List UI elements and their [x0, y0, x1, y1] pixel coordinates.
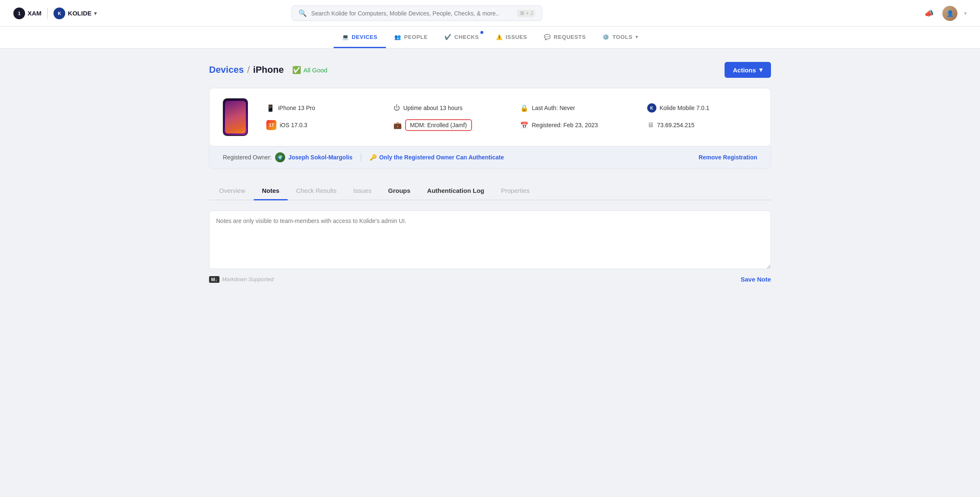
uptime-label: Uptime about 13 hours: [403, 105, 463, 111]
actions-chevron-icon: ▾: [759, 66, 763, 74]
issues-icon: ⚠️: [496, 34, 503, 40]
avatar[interactable]: 👤: [942, 6, 957, 21]
key-icon: 🔑: [370, 154, 377, 161]
nav-item-people[interactable]: 👥 PEOPLE: [386, 27, 436, 48]
tab-check-results[interactable]: Check Results: [288, 182, 345, 200]
notes-panel: M↓ Markdown Supported Save Note: [209, 210, 771, 283]
remove-registration-button[interactable]: Remove Registration: [699, 154, 757, 161]
search-bar[interactable]: 🔍 ⌘ + J: [291, 5, 542, 21]
notes-textarea[interactable]: [209, 210, 771, 269]
brand-chevron-icon: ▾: [94, 10, 97, 16]
breadcrumb-current-page: iPhone: [253, 64, 283, 75]
registered-owner-label: Registered Owner:: [223, 154, 272, 161]
phone-icon: 📱: [266, 104, 275, 112]
registration-bar: Registered Owner: 🌍 Joseph Sokol-Margoli…: [209, 146, 771, 169]
search-shortcut: ⌘ + J: [517, 10, 536, 17]
nav-label-checks: CHECKS: [454, 34, 479, 40]
checks-icon: ✔️: [444, 34, 452, 40]
tab-notes[interactable]: Notes: [254, 182, 288, 200]
requests-icon: 💬: [544, 34, 551, 40]
main-nav: 💻 DEVICES 👥 PEOPLE ✔️ CHECKS ⚠️ ISSUES 💬…: [0, 27, 980, 49]
search-icon: 🔍: [299, 9, 307, 17]
search-input[interactable]: [311, 10, 513, 17]
notifications-icon[interactable]: 📣: [922, 7, 936, 20]
nav-item-tools[interactable]: ⚙️ TOOLS ▾: [594, 27, 646, 48]
save-note-button[interactable]: Save Note: [740, 276, 771, 283]
registered-label: Registered: Feb 23, 2023: [532, 122, 598, 128]
phone-visual: [223, 98, 248, 136]
nav-label-tools: TOOLS: [612, 34, 633, 40]
nav-item-devices[interactable]: 💻 DEVICES: [334, 27, 386, 48]
lock-icon: 🔒: [520, 104, 528, 112]
spec-ip: 🖥 73.69.254.215: [647, 119, 758, 131]
markdown-badge: M↓ Markdown Supported: [209, 276, 273, 283]
spec-app: K Kolide Mobile 7.0.1: [647, 103, 758, 113]
spec-registered: 📅 Registered: Feb 23, 2023: [520, 119, 630, 131]
actions-button[interactable]: Actions ▾: [725, 62, 771, 78]
nav-item-requests[interactable]: 💬 REQUESTS: [536, 27, 594, 48]
devices-icon: 💻: [342, 34, 349, 40]
device-card: 📱 iPhone 13 Pro ⏻ Uptime about 13 hours …: [209, 88, 771, 146]
nav-label-issues: ISSUES: [505, 34, 527, 40]
check-circle-icon: ✅: [292, 66, 301, 74]
spec-last-auth: 🔒 Last Auth: Never: [520, 103, 630, 113]
tab-groups[interactable]: Groups: [380, 182, 419, 200]
user-menu-chevron-icon[interactable]: ▾: [964, 10, 967, 16]
breadcrumb-devices-link[interactable]: Devices: [209, 64, 244, 75]
app-label: Kolide Mobile 7.0.1: [660, 105, 709, 111]
notes-footer: M↓ Markdown Supported Save Note: [209, 276, 771, 283]
device-specs: 📱 iPhone 13 Pro ⏻ Uptime about 13 hours …: [266, 103, 757, 131]
nav-item-checks[interactable]: ✔️ CHECKS: [436, 27, 487, 48]
tools-chevron-icon: ▾: [635, 34, 638, 40]
main-content: Devices / iPhone ✅ All Good Actions ▾: [189, 49, 791, 296]
status-label: All Good: [304, 67, 328, 74]
spec-uptime: ⏻ Uptime about 13 hours: [393, 103, 504, 113]
kolide-brand[interactable]: K KOLIDE ▾: [54, 8, 97, 19]
model-label: iPhone 13 Pro: [278, 105, 315, 111]
all-good-badge: ✅ All Good: [292, 66, 328, 74]
phone-screen: [225, 101, 246, 133]
network-icon: 🖥: [647, 121, 654, 129]
nav-item-issues[interactable]: ⚠️ ISSUES: [487, 27, 536, 48]
tab-issues[interactable]: Issues: [345, 182, 380, 200]
ios-icon: 17: [266, 120, 276, 130]
topbar-right: 📣 👤 ▾: [922, 6, 967, 21]
spec-os: 17 iOS 17.0.3: [266, 119, 377, 131]
ip-label: 73.69.254.215: [657, 122, 695, 128]
markdown-icon: M↓: [209, 276, 219, 283]
user-avatar-image: 👤: [942, 6, 957, 21]
spec-model: 📱 iPhone 13 Pro: [266, 103, 377, 113]
brand-divider: [47, 8, 48, 19]
mdm-label: MDM: Enrolled (Jamf): [405, 119, 472, 131]
actions-label: Actions: [733, 67, 756, 74]
device-tabs: Overview Notes Check Results Issues Grou…: [209, 182, 771, 200]
tools-icon: ⚙️: [602, 34, 610, 40]
registered-owner-info: Registered Owner: 🌍 Joseph Sokol-Margoli…: [223, 152, 352, 162]
kolide-icon: K: [54, 8, 65, 19]
breadcrumb-separator: /: [247, 64, 250, 75]
owner-avatar: 🌍: [275, 152, 285, 162]
os-label: iOS 17.0.3: [280, 122, 307, 128]
nav-label-people: PEOPLE: [404, 34, 428, 40]
markdown-label: Markdown Supported: [222, 276, 274, 282]
kolide-label: KOLIDE: [68, 10, 92, 17]
checks-dot-indicator: [480, 31, 483, 34]
people-icon: 👥: [394, 34, 401, 40]
tab-auth-log[interactable]: Authentication Log: [419, 182, 493, 200]
breadcrumb: Devices / iPhone: [209, 64, 284, 75]
page-header: Devices / iPhone ✅ All Good Actions ▾: [209, 62, 771, 78]
last-auth-label: Last Auth: Never: [532, 105, 575, 111]
registration-divider: [361, 153, 361, 161]
nav-label-requests: REQUESTS: [554, 34, 586, 40]
topbar: 1 XAM K KOLIDE ▾ 🔍 ⌘ + J 📣 👤 ▾: [0, 0, 980, 27]
owner-name-link[interactable]: Joseph Sokol-Margolis: [288, 154, 352, 161]
kolide-app-icon: K: [647, 103, 656, 113]
nav-label-devices: DEVICES: [352, 34, 378, 40]
xam-brand[interactable]: 1 XAM: [13, 8, 41, 19]
tab-overview[interactable]: Overview: [211, 182, 254, 200]
xam-label: XAM: [28, 10, 41, 17]
spec-mdm: 💼 MDM: Enrolled (Jamf): [393, 119, 504, 131]
tab-properties[interactable]: Properties: [493, 182, 538, 200]
auth-note: 🔑 Only the Registered Owner Can Authenti…: [370, 154, 504, 161]
brand: 1 XAM K KOLIDE ▾: [13, 8, 97, 19]
